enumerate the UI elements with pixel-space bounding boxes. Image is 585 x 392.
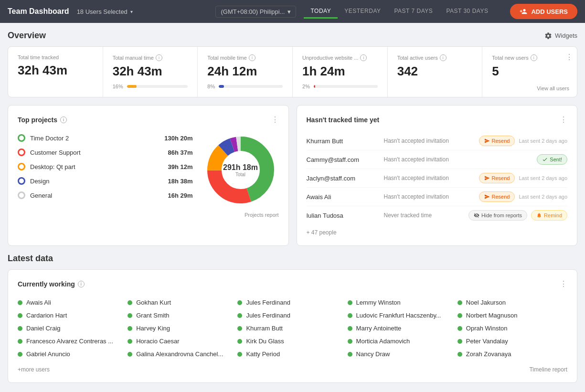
online-indicator (18, 339, 22, 344)
online-indicator (128, 352, 132, 357)
bell-icon (536, 212, 542, 218)
card-total-time: Total time tracked 32h 43m (8, 47, 103, 97)
online-indicator (128, 339, 132, 344)
user-column: Lemmy Winston Ludovic Frankfurt Hacszenb… (348, 296, 457, 360)
card-manual-time: Total manual time i 32h 43m 16% (103, 47, 198, 97)
users-grid: Awais Ali Cardarion Hart Daniel Craig Fr… (18, 296, 567, 360)
nav-today[interactable]: TODAY (304, 5, 338, 19)
header: Team Dashboard 18 Users Selected ▾ (GMT+… (0, 0, 585, 23)
nav-yesterday[interactable]: YESTERDAY (338, 5, 387, 19)
more-options-icon[interactable]: ⋮ (271, 115, 279, 124)
online-indicator (457, 326, 462, 331)
donut-chart: 291h 18m Total (202, 132, 279, 208)
user-item: Galina Alexandrovna Canchel... (128, 348, 237, 360)
project-dot (18, 148, 25, 156)
tracked-rows: Khurram Butt Hasn't accepted invitation … (307, 132, 568, 224)
top-projects-title: Top projects i (18, 116, 67, 124)
user-item: Grant Smith (128, 309, 237, 322)
online-indicator (457, 352, 462, 357)
card-new-users: ⋮ Total new users i 5 View all users (482, 47, 577, 97)
project-dot (18, 163, 25, 170)
user-item: Lemmy Winston (348, 296, 457, 309)
user-item: Noel Jakurson (457, 296, 567, 309)
info-icon[interactable]: i (156, 54, 162, 61)
view-all-users-link[interactable]: View all users (537, 85, 569, 91)
project-dot (18, 191, 25, 199)
online-indicator (237, 313, 242, 318)
plus-people-link[interactable]: + 47 people (307, 229, 568, 236)
online-indicator (237, 300, 242, 305)
more-options-icon[interactable]: ⋮ (560, 279, 567, 288)
card-unproductive: Unproductive website ... i 1h 24m 2% (293, 47, 388, 97)
user-item: Jules Ferdinand (237, 309, 347, 322)
send-icon (484, 194, 490, 200)
manual-time-value: 32h 43m (113, 64, 188, 79)
info-icon[interactable]: i (60, 117, 67, 123)
online-indicator (348, 313, 352, 318)
hasnt-tracked-title: Hasn't tracked time yet (307, 116, 380, 124)
overview-cards: Total time tracked 32h 43m Total manual … (8, 46, 577, 97)
online-indicator (128, 300, 132, 305)
resend-button[interactable]: Resend (479, 191, 515, 202)
user-item: Awais Ali (18, 296, 128, 309)
user-column: Awais Ali Cardarion Hart Daniel Craig Fr… (18, 296, 128, 360)
overview-header: Overview Widgets (8, 31, 577, 41)
remind-button[interactable]: Remind (531, 210, 567, 221)
widgets-button[interactable]: Widgets (544, 32, 577, 40)
timeline-report-link[interactable]: Timeline report (529, 366, 567, 373)
user-item: Harvey King (128, 322, 237, 335)
project-item: General 16h 29m (18, 191, 193, 199)
nav-past-30-days[interactable]: PAST 30 DAYS (439, 5, 495, 19)
user-item: Marry Antoinette (348, 322, 457, 335)
online-indicator (457, 339, 462, 344)
sent-badge: Sent! (537, 154, 567, 165)
latest-data-title: Latest data (8, 254, 577, 264)
online-indicator (237, 339, 242, 344)
user-item: Peter Vandalay (457, 335, 567, 348)
tracked-row: Khurram Butt Hasn't accepted invitation … (307, 132, 568, 150)
info-icon[interactable]: i (360, 54, 367, 61)
hide-from-reports-button[interactable]: Hide from reports (468, 210, 527, 221)
hasnt-tracked-panel: Hasn't tracked time yet ⋮ Khurram Butt H… (297, 105, 578, 246)
user-item: Cardarion Hart (18, 309, 128, 322)
online-indicator (18, 300, 22, 305)
resend-button[interactable]: Resend (479, 136, 515, 146)
timezone-selector[interactable]: (GMT+08:00) Philippi... ▾ (215, 6, 296, 18)
info-icon[interactable]: i (440, 54, 447, 61)
send-icon (484, 175, 490, 181)
new-users-value: 5 (492, 64, 567, 79)
projects-list: Time Doctor 2 130h 20m Customer Support … (18, 134, 193, 206)
gear-icon (544, 32, 552, 40)
user-item: Khurram Butt (237, 322, 347, 335)
add-users-button[interactable]: ADD USERS (510, 4, 577, 19)
projects-report-link[interactable]: Projects report (18, 212, 279, 218)
page-content: Overview Widgets Total time tracked 32h … (0, 23, 585, 391)
card-active-users: Total active users i 342 (388, 47, 483, 97)
user-item: Nancy Draw (348, 348, 457, 360)
online-indicator (128, 326, 132, 331)
more-options-icon[interactable]: ⋮ (560, 115, 567, 124)
nav-past-7-days[interactable]: PAST 7 DAYS (388, 5, 440, 19)
user-column: Jules Ferdinand Jules Ferdinand Khurram … (237, 296, 347, 360)
user-item: Jules Ferdinand (237, 296, 347, 309)
total-time-value: 32h 43m (18, 63, 93, 78)
users-selected-dropdown[interactable]: 18 Users Selected ▾ (77, 8, 133, 15)
online-indicator (348, 300, 352, 305)
project-item: Time Doctor 2 130h 20m (18, 134, 193, 142)
info-icon[interactable]: i (78, 281, 85, 287)
add-user-icon (520, 8, 527, 15)
online-indicator (18, 313, 22, 318)
tracked-row: Iulian Tudosa Never tracked time Hide fr… (307, 206, 568, 224)
project-dot (18, 134, 25, 142)
user-item: Zorah Zovanaya (457, 348, 567, 360)
online-indicator (457, 300, 462, 305)
resend-button[interactable]: Resend (479, 173, 515, 183)
more-options-icon[interactable]: ⋮ (565, 53, 573, 62)
user-item: Norbert Magnuson (457, 309, 567, 322)
user-item: Oprah Winston (457, 322, 567, 335)
more-users-link[interactable]: +more users (18, 366, 50, 373)
middle-row: Top projects i ⋮ Time Doctor 2 130h 20m … (8, 105, 577, 246)
info-icon[interactable]: i (531, 54, 537, 61)
overview-title: Overview (8, 31, 46, 41)
info-icon[interactable]: i (249, 54, 255, 61)
